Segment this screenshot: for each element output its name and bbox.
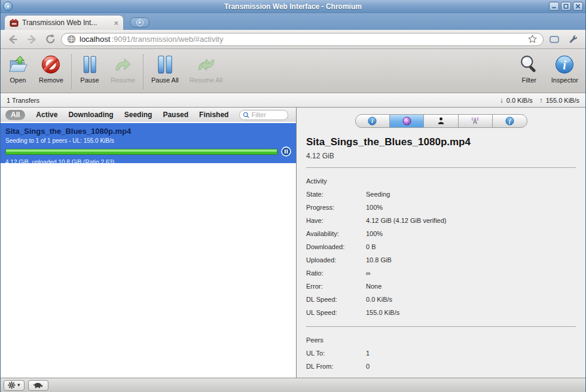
main-area: All Active Downloading Seeding Paused Fi… [1, 108, 585, 378]
tab-close-icon[interactable]: × [114, 19, 118, 27]
torrent-name: Sita_Sings_the_Blues_1080p.mp4 [5, 127, 291, 136]
open-button[interactable]: Open [8, 54, 28, 84]
close-button[interactable] [573, 2, 583, 11]
activity-globe-icon [402, 117, 411, 125]
window-title: Transmission Web Interface - Chromium [1, 2, 585, 11]
toolbar-separator [143, 54, 144, 89]
pause-all-button[interactable]: Pause All [151, 54, 179, 84]
forward-icon [25, 33, 38, 46]
filter-search-box[interactable] [239, 110, 288, 120]
alt-speed-turtle-button[interactable] [28, 380, 48, 391]
detail-label: UL Speed: [306, 309, 366, 316]
detail-value: 10.8 GiB [366, 256, 392, 264]
close-icon [575, 4, 581, 9]
resize-page-button[interactable] [547, 32, 562, 47]
detail-value: Seeding [366, 191, 390, 198]
detail-row: Error:None [306, 283, 576, 290]
detail-label: State: [306, 191, 366, 198]
filter-tab-active[interactable]: Active [36, 111, 57, 119]
filter-label: Filter [522, 76, 536, 84]
svg-text:i: i [563, 59, 567, 72]
resume-all-label: Resume All [190, 76, 223, 84]
filter-tab-all[interactable]: All [5, 110, 25, 120]
torrent-pause-button[interactable] [281, 146, 291, 157]
resume-all-button[interactable]: Resume All [190, 54, 223, 84]
filter-tab-downloading[interactable]: Downloading [68, 111, 113, 119]
inspector-icon: i [554, 54, 575, 75]
section-header-activity: Activity [306, 177, 576, 185]
detail-row: Have:4.12 GiB (4.12 GiB verified) [306, 217, 576, 224]
wrench-icon [567, 33, 579, 45]
new-tab-button[interactable]: + [130, 17, 149, 27]
plus-icon: + [136, 19, 144, 26]
filter-tab-finished[interactable]: Finished [199, 111, 228, 119]
divider [306, 167, 576, 168]
remove-button[interactable]: Remove [39, 54, 63, 84]
detail-value: 155.0 KiB/s [366, 309, 399, 316]
inspector-torrent-title: Sita_Sings_the_Blues_1080p.mp4 [306, 136, 576, 148]
filter-search-input[interactable] [251, 111, 285, 118]
url-bar[interactable]: localhost:9091/transmission/web/#activit… [61, 33, 544, 46]
browser-tab-transmission[interactable]: Transmission Web Int... × [4, 15, 124, 30]
detail-row: UL To:1 [306, 350, 576, 357]
back-button[interactable] [5, 32, 21, 47]
detail-value: 100% [366, 230, 383, 237]
resume-all-icon [196, 54, 216, 75]
filter-tab-paused[interactable]: Paused [163, 111, 188, 119]
star-icon [527, 34, 538, 44]
pause-icon [80, 54, 100, 75]
detail-label: Error: [306, 283, 366, 290]
inspector-panel: i [297, 108, 585, 378]
filter-button[interactable]: Filter [519, 54, 539, 84]
tab-info[interactable]: i [355, 114, 390, 128]
settings-gear-button[interactable]: ▾ [4, 380, 25, 391]
url-path: :9091/transmission/web/#activity [111, 35, 223, 44]
detail-label: Availability: [306, 230, 366, 237]
chevron-down-icon: ▾ [17, 382, 20, 388]
gear-icon [8, 381, 16, 389]
tab-trackers[interactable] [458, 114, 493, 128]
download-speed: 0.0 KiB/s [506, 97, 533, 104]
bookmark-star-button[interactable] [527, 34, 538, 44]
minimize-button[interactable] [549, 2, 559, 11]
reload-button[interactable] [42, 32, 58, 47]
files-icon: f [505, 117, 514, 125]
transmission-favicon-icon [10, 19, 19, 27]
resume-icon [112, 54, 133, 75]
upload-speed: 155.0 KiB/s [546, 97, 579, 104]
tab-files[interactable]: f [492, 114, 527, 128]
inspector-button[interactable]: i Inspector [551, 54, 578, 84]
detail-label: UL To: [306, 350, 366, 357]
window-titlebar[interactable]: Transmission Web Interface - Chromium [1, 0, 585, 13]
forward-button[interactable] [24, 32, 39, 47]
svg-text:i: i [371, 118, 373, 124]
torrent-row[interactable]: Sita_Sings_the_Blues_1080p.mp4 Seeding t… [1, 123, 296, 163]
torrent-list-panel: All Active Downloading Seeding Paused Fi… [1, 108, 297, 378]
detail-value: None [366, 283, 381, 290]
detail-row: Availability:100% [306, 230, 576, 237]
pause-all-icon [155, 54, 175, 75]
filter-tab-seeding[interactable]: Seeding [124, 111, 152, 119]
tab-activity[interactable] [389, 114, 424, 128]
selection-frame-icon [548, 33, 560, 45]
chromium-logo-icon [3, 1, 13, 11]
torrent-details-line: 4.12 GiB, uploaded 10.8 GiB (Ratio 2.63) [5, 159, 291, 166]
transmission-toolbar: Open Remove Pause [1, 49, 585, 93]
resume-button[interactable]: Resume [111, 54, 135, 84]
bottom-bar: ▾ [1, 378, 585, 392]
detail-label: Uploaded: [306, 256, 366, 264]
window-controls [549, 2, 583, 11]
maximize-button[interactable] [561, 2, 571, 11]
back-icon [7, 33, 20, 46]
detail-label: DL Speed: [306, 296, 366, 303]
pause-button[interactable]: Pause [80, 54, 100, 84]
inspector-content: Sita_Sings_the_Blues_1080p.mp4 4.12 GiB … [297, 136, 585, 370]
settings-wrench-button[interactable] [565, 32, 581, 47]
magnifier-icon [519, 54, 539, 75]
section-header-peers: Peers [306, 336, 576, 344]
toolbar-right-group: Filter i Inspector [519, 54, 578, 84]
inspector-tab-group: i [355, 114, 527, 128]
detail-row: Progress:100% [306, 204, 576, 211]
tab-peers[interactable] [423, 114, 458, 128]
detail-row: Downloaded:0 B [306, 243, 576, 250]
